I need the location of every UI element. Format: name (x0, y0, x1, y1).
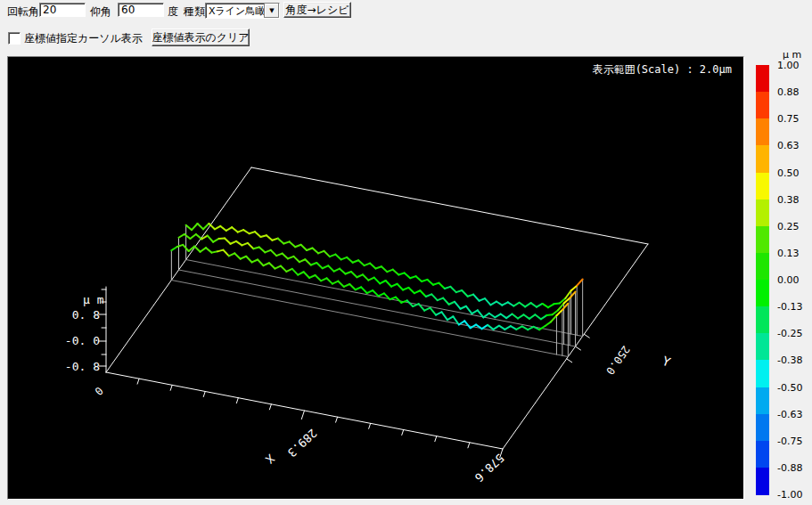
profile-segment (347, 257, 352, 263)
colorbar-tick-label: 0.25 (777, 222, 812, 232)
profile-lines (171, 224, 582, 356)
profile-segment (236, 241, 242, 246)
profile-segment (368, 278, 373, 281)
profile-segment (246, 257, 251, 263)
profile-segment (447, 316, 453, 320)
profile-segment (186, 225, 192, 230)
profile-segment (436, 312, 441, 314)
profile-segment (571, 286, 577, 290)
profile-segment (351, 272, 357, 277)
profile-segment (504, 326, 510, 330)
x-tick-label-min: 0 (92, 384, 105, 397)
profile-segment (438, 298, 443, 301)
profile-segment (290, 241, 295, 247)
rotation-angle-input[interactable] (39, 3, 86, 17)
profile-segment (413, 304, 418, 306)
colorbar-tick-label: -0.38 (777, 355, 812, 365)
colorbar-tick-label: 0.63 (777, 141, 812, 151)
profile-segment (529, 314, 535, 319)
profile-segment (449, 302, 455, 305)
profile-segment (541, 315, 546, 319)
profile-segment (363, 274, 368, 280)
profile-segment (229, 253, 234, 256)
colorbar-tick-label: -0.75 (777, 436, 812, 446)
colorbar-tick-label: -0.88 (777, 463, 812, 473)
y-tick-label: 250.0 (603, 343, 632, 377)
profile-segment (535, 314, 540, 319)
profile-segment (381, 266, 387, 272)
profile-segment (304, 272, 309, 278)
profile-segment (379, 293, 384, 296)
colorbar-segment (756, 360, 769, 387)
profile-segment (483, 314, 488, 318)
profile-segment (522, 326, 528, 330)
type-label: 種類 (184, 5, 205, 18)
profile-segment (490, 302, 496, 305)
profile-segment (241, 257, 246, 259)
profile-segment (311, 263, 316, 265)
profile-segment (293, 257, 299, 262)
colorbar-tick-label: 0.75 (777, 114, 812, 124)
profile-segment (513, 303, 519, 306)
angle-to-recipe-button[interactable]: 角度→レシピ (283, 2, 351, 18)
elevation-angle-input[interactable] (118, 3, 164, 17)
x-tick-label-max: 578.6 (472, 451, 507, 485)
profile-segment (518, 314, 523, 318)
profile-segment (295, 245, 300, 248)
profile-segment (441, 312, 447, 320)
profile-segment (387, 270, 392, 273)
profile-segment (334, 269, 340, 272)
profile-segment (375, 266, 381, 268)
profile-segment (426, 294, 431, 297)
profile-segment (373, 290, 378, 296)
clear-coord-display-button[interactable]: 座標値表示のクリア (152, 29, 250, 46)
profile-segment (344, 284, 349, 287)
profile-segment (248, 243, 253, 248)
profile-segment (506, 314, 512, 318)
profile-segment (171, 247, 176, 250)
plot-type-selected-value: Xライン鳥瞰図 (206, 4, 264, 18)
dropdown-button[interactable]: ▼ (264, 4, 279, 18)
profile-segment (472, 310, 477, 314)
profile-segment (272, 239, 277, 240)
profile-segment (416, 276, 422, 281)
profile-segment (577, 280, 582, 286)
profile-segment (431, 294, 437, 300)
profile-segment (380, 281, 385, 283)
colorbar-segment (756, 441, 769, 468)
colorbar-segment (756, 306, 769, 334)
profile-segment (335, 255, 340, 260)
profile-segment (357, 274, 362, 277)
profile-segment (276, 254, 282, 257)
profile-segment (543, 304, 548, 307)
profile-segment (548, 304, 554, 307)
x-tick-label-mid: 289.3 (285, 426, 320, 460)
profile-segment (301, 245, 307, 250)
colorbar-tick-label: -0.13 (777, 302, 812, 312)
elevation-angle-label: 仰角 (90, 5, 111, 18)
profile-segment (353, 260, 358, 263)
profile-segment (213, 239, 218, 242)
profile-segment (414, 290, 420, 293)
profile-segment (313, 248, 318, 253)
colorbar-tick-label: 0.00 (777, 275, 812, 285)
profile-segment (462, 290, 467, 297)
plot-type-dropdown[interactable]: Xライン鳥瞰図 ▼ (205, 3, 280, 19)
plot-canvas[interactable]: 表示範囲(Scale) : 2.0μm μ m 0. 8 -0. 0 -0. 8… (7, 56, 744, 500)
profile-segment (192, 224, 197, 230)
profile-segment (358, 260, 364, 265)
profile-segment (307, 248, 312, 250)
profile-segment (365, 264, 370, 266)
coord-cursor-checkbox[interactable] (8, 32, 21, 45)
profile-segment (531, 303, 537, 307)
profile-segment (424, 308, 430, 311)
z-axis-unit-label: μ m (83, 293, 104, 306)
profile-segment (309, 275, 315, 278)
chevron-down-icon: ▼ (269, 7, 274, 14)
profile-segment (370, 264, 375, 269)
profile-segment (198, 224, 203, 229)
profile-segment (439, 283, 444, 289)
axes-lines (99, 167, 648, 458)
profile-segment (232, 227, 237, 232)
profile-segment (194, 247, 200, 252)
